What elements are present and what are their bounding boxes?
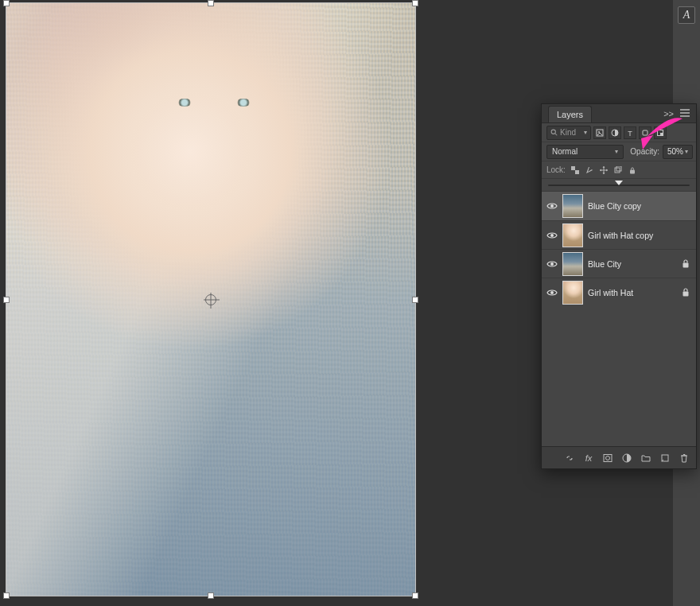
visibility-eye-icon[interactable] [545,228,559,243]
lock-artboard-icon[interactable] [613,165,623,175]
visibility-eye-icon[interactable] [545,257,559,271]
filter-pixel-icon[interactable] [593,126,606,139]
lock-position-icon[interactable] [599,165,609,175]
lock-transparency-icon[interactable] [570,165,580,175]
layer-thumbnail[interactable] [562,194,583,218]
layer-row[interactable]: Girl with Hat [542,278,696,306]
layers-panel-footer: fx [542,446,696,468]
search-icon [550,129,558,136]
filter-type-icon[interactable]: T [624,126,636,139]
layers-tab[interactable]: Layers [548,106,592,122]
filter-shape-icon[interactable] [639,126,651,139]
layer-thumbnail[interactable] [562,252,583,276]
svg-point-15 [550,234,554,237]
svg-rect-19 [683,292,689,297]
canvas-area [0,0,418,606]
blend-opacity-row: Normal ▾ Opacity: 50% ▾ [542,142,696,161]
svg-rect-12 [616,166,621,171]
svg-line-1 [555,134,557,135]
new-group-icon[interactable] [640,453,651,464]
fill-slider-row [542,179,696,192]
layer-name-label[interactable]: Blue City copy [588,201,691,211]
lock-icon[interactable] [680,258,691,270]
composite-image[interactable] [6,3,415,596]
filter-adjustment-icon[interactable] [609,126,621,139]
opacity-label: Opacity: [630,147,659,156]
svg-rect-8 [660,133,663,136]
opacity-value: 50% [667,147,683,156]
layer-kind-label: Kind [560,128,576,137]
layers-list: Blue City copyGirl with Hat copyBlue Cit… [542,192,696,306]
layer-row[interactable]: Blue City copy [542,192,696,220]
opacity-input[interactable]: 50% ▾ [663,145,693,159]
layer-name-label[interactable]: Girl with Hat [588,288,680,297]
link-layers-icon[interactable] [564,453,575,464]
svg-point-21 [606,456,610,460]
layer-row[interactable]: Blue City [542,249,696,278]
layer-thumbnail[interactable] [562,223,583,247]
layer-row[interactable]: Girl with Hat copy [542,220,696,249]
svg-point-16 [550,262,554,266]
chevron-down-icon: ▾ [584,129,587,136]
add-mask-icon[interactable] [602,453,613,464]
svg-rect-9 [571,166,575,170]
layers-panel: Layers >> Kind ▾ T [541,103,697,469]
chevron-down-icon: ▾ [685,148,688,155]
blend-mode-dropdown[interactable]: Normal ▾ [546,145,624,159]
filter-smartobject-icon[interactable] [654,126,667,139]
lock-icon[interactable] [680,287,691,298]
lock-row: Lock: [542,161,696,179]
layer-name-label[interactable]: Blue City [588,259,680,269]
blend-mode-value: Normal [552,147,578,156]
delete-layer-icon[interactable] [679,453,690,464]
layer-kind-dropdown[interactable]: Kind ▾ [546,126,591,140]
new-adjustment-icon[interactable] [621,453,632,464]
svg-rect-13 [630,169,635,173]
visibility-eye-icon[interactable] [545,286,559,300]
svg-rect-20 [604,454,612,461]
lock-all-icon[interactable] [628,165,637,175]
panel-menu-icon[interactable] [677,107,693,120]
svg-rect-6 [643,130,648,135]
new-layer-icon[interactable] [659,453,671,464]
collapse-panel-button[interactable]: >> [660,107,677,120]
svg-point-0 [551,130,555,134]
slider-thumb-icon[interactable] [615,181,623,185]
layer-thumbnail[interactable] [562,281,583,305]
chevron-down-icon: ▾ [615,148,618,155]
lock-pixels-icon[interactable] [585,165,594,175]
fill-slider[interactable] [548,185,690,186]
svg-rect-10 [575,170,579,174]
svg-point-18 [550,291,554,294]
layer-fx-icon[interactable]: fx [583,453,594,464]
svg-point-14 [550,204,554,208]
layer-filter-row: Kind ▾ T [542,123,696,142]
panel-header[interactable]: Layers >> [542,104,696,123]
visibility-eye-icon[interactable] [545,199,559,213]
lock-label: Lock: [546,165,566,174]
svg-rect-11 [615,168,620,173]
svg-text:T: T [628,129,632,137]
layer-name-label[interactable]: Girl with Hat copy [588,231,691,240]
character-panel-icon[interactable]: A [678,6,695,24]
svg-rect-17 [683,263,689,268]
